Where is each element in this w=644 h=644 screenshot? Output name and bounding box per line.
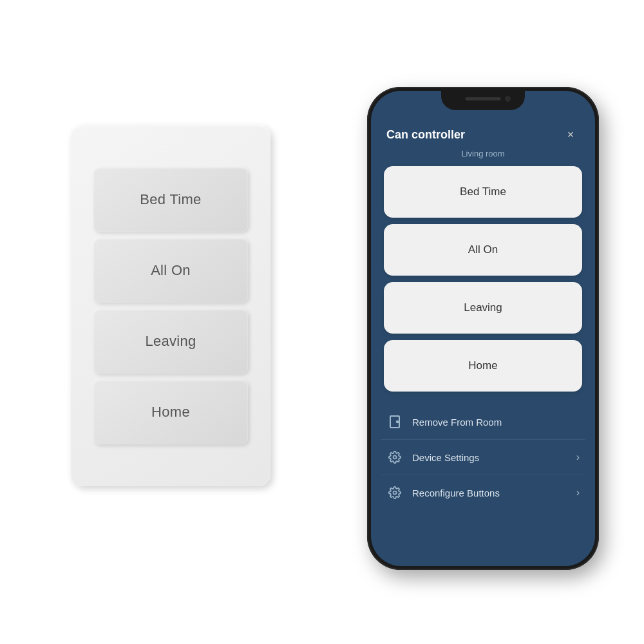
- gear-icon-reconfigure: [386, 484, 403, 501]
- door-icon: [386, 413, 403, 430]
- phone-notch: [441, 91, 525, 110]
- app-button-all-on[interactable]: All On: [384, 224, 582, 276]
- svg-point-2: [393, 456, 397, 459]
- svg-point-3: [393, 491, 397, 495]
- device-settings-label: Device Settings: [412, 452, 576, 463]
- app-header: Can controller ×: [371, 115, 595, 149]
- switch-button-leaving[interactable]: Leaving: [93, 309, 248, 374]
- app-button-home[interactable]: Home: [384, 340, 582, 392]
- menu-items: Remove From Room Device Settings ›: [371, 404, 595, 510]
- menu-item-remove-room[interactable]: Remove From Room: [381, 404, 585, 440]
- gear-icon-device: [386, 449, 403, 466]
- reconfigure-buttons-label: Reconfigure Buttons: [412, 488, 576, 498]
- camera: [505, 96, 511, 102]
- app-title: Can controller: [386, 128, 465, 142]
- chevron-right-icon: ›: [576, 451, 580, 463]
- chevron-right-icon-2: ›: [576, 487, 580, 498]
- switch-button-all-on[interactable]: All On: [93, 238, 248, 303]
- menu-item-reconfigure-buttons[interactable]: Reconfigure Buttons ›: [381, 475, 585, 510]
- svg-point-1: [397, 421, 398, 422]
- app-button-leaving[interactable]: Leaving: [384, 282, 582, 334]
- app-content: Can controller × Living room Bed Time Al…: [371, 115, 595, 566]
- speaker: [466, 97, 501, 100]
- switch-button-bed-time[interactable]: Bed Time: [93, 167, 248, 232]
- phone: Can controller × Living room Bed Time Al…: [367, 87, 599, 570]
- switch-plate: Bed Time All On Leaving Home: [71, 126, 270, 486]
- scene: Bed Time All On Leaving Home Can control…: [32, 48, 612, 596]
- menu-item-device-settings[interactable]: Device Settings ›: [381, 440, 585, 475]
- remove-room-label: Remove From Room: [412, 417, 580, 428]
- phone-screen: Can controller × Living room Bed Time Al…: [371, 91, 595, 566]
- switch-button-home[interactable]: Home: [93, 380, 248, 444]
- close-button[interactable]: ×: [562, 126, 580, 144]
- app-subtitle: Living room: [371, 149, 595, 166]
- app-button-bed-time[interactable]: Bed Time: [384, 166, 582, 218]
- app-scene-buttons: Bed Time All On Leaving Home: [371, 166, 595, 392]
